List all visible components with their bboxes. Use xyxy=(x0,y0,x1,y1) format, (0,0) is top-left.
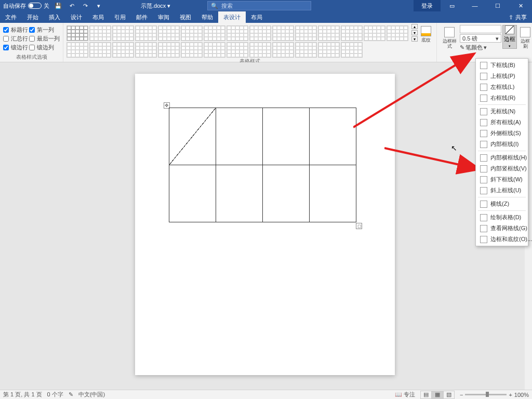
line-weight-selector[interactable]: 0.5 磅▾ xyxy=(460,34,501,43)
menu-bottom-border[interactable]: 下框线(B) xyxy=(476,60,528,71)
qat-dropdown-icon[interactable]: ▾ xyxy=(93,1,104,10)
table-cell[interactable] xyxy=(169,165,216,222)
border-painter-button[interactable]: 边框刷 xyxy=(518,25,532,51)
print-layout-icon[interactable]: ▦ xyxy=(432,391,443,399)
menu-left-border[interactable]: 左框线(L) xyxy=(476,82,528,92)
tab-layout[interactable]: 布局 xyxy=(87,11,109,23)
menu-top-border[interactable]: 上框线(P) xyxy=(476,71,528,82)
table-cell[interactable] xyxy=(310,165,356,222)
save-icon[interactable]: 💾 xyxy=(52,1,64,10)
maximize-icon[interactable]: ☐ xyxy=(486,0,509,11)
menu-horizontal-line[interactable]: 横线(Z) xyxy=(476,198,528,209)
tab-table-design[interactable]: 表设计 xyxy=(218,11,246,23)
menu-view-gridlines[interactable]: 查看网格线(G) xyxy=(476,223,528,234)
tab-help[interactable]: 帮助 xyxy=(196,11,218,23)
gallery-up-icon[interactable]: ▴ xyxy=(411,24,418,29)
read-mode-icon[interactable]: ▤ xyxy=(420,391,432,399)
tab-table-layout[interactable]: 布局 xyxy=(246,11,268,23)
style-thumb[interactable] xyxy=(158,42,180,58)
menu-outside-borders[interactable]: 外侧框线(S) xyxy=(476,128,528,139)
style-thumb[interactable] xyxy=(295,25,317,41)
document-table[interactable] xyxy=(169,108,356,222)
menu-inside-h-border[interactable]: 内部横框线(H) xyxy=(476,152,528,163)
borders-dropdown-button[interactable]: 边框 ▾ xyxy=(502,25,517,49)
style-thumb[interactable] xyxy=(112,25,134,41)
style-thumb[interactable] xyxy=(204,25,225,41)
border-styles-button[interactable]: 边框样式 xyxy=(440,25,459,51)
style-thumb[interactable] xyxy=(272,25,294,41)
line-style-selector[interactable] xyxy=(460,25,501,33)
menu-borders-shading[interactable]: 边框和底纹(O)... xyxy=(476,234,528,245)
login-button[interactable]: 登录 xyxy=(414,0,441,11)
share-button[interactable]: ⇪共享 xyxy=(503,14,532,21)
menu-right-border[interactable]: 右框线(R) xyxy=(476,92,528,103)
status-page[interactable]: 第 1 页, 共 1 页 xyxy=(3,391,42,398)
tab-file[interactable]: 文件 xyxy=(0,11,22,23)
style-thumb[interactable] xyxy=(272,42,294,58)
style-thumb[interactable] xyxy=(66,42,88,58)
minimize-icon[interactable]: — xyxy=(463,0,486,11)
zoom-level[interactable]: 100% xyxy=(514,392,529,398)
status-language[interactable]: 中文(中国) xyxy=(78,391,105,398)
style-thumb[interactable] xyxy=(66,25,88,41)
undo-icon[interactable]: ↶ xyxy=(66,1,77,10)
zoom-out-button[interactable]: − xyxy=(460,392,463,398)
tab-home[interactable]: 开始 xyxy=(22,11,44,23)
zoom-in-button[interactable]: + xyxy=(509,392,512,398)
table-cell[interactable] xyxy=(310,108,356,165)
style-thumb[interactable] xyxy=(249,25,271,41)
autosave-toggle[interactable]: 自动保存 关 xyxy=(3,2,49,10)
spellcheck-icon[interactable]: ✎ xyxy=(69,391,73,398)
menu-inside-borders[interactable]: 内部框线(I) xyxy=(476,139,528,150)
style-thumb[interactable] xyxy=(181,25,203,41)
style-thumb[interactable] xyxy=(364,25,385,41)
style-thumb[interactable] xyxy=(227,25,248,41)
menu-draw-table[interactable]: 绘制表格(D) xyxy=(476,212,528,223)
tab-design[interactable]: 设计 xyxy=(65,11,87,23)
table-cell[interactable] xyxy=(216,108,263,165)
menu-inside-v-border[interactable]: 内部竖框线(V) xyxy=(476,163,528,174)
menu-all-borders[interactable]: 所有框线(A) xyxy=(476,117,528,128)
table-cell[interactable] xyxy=(169,108,216,165)
menu-diag-down-border[interactable]: 斜下框线(W) xyxy=(476,174,528,185)
menu-no-border[interactable]: 无框线(N) xyxy=(476,106,528,117)
style-thumb[interactable] xyxy=(112,42,134,58)
document-title[interactable]: 示范.docx ▾ xyxy=(104,2,207,10)
chk-banded-row[interactable]: 镶边行 xyxy=(3,44,28,51)
tab-view[interactable]: 视图 xyxy=(175,11,196,23)
ribbon-display-icon[interactable]: ▭ xyxy=(441,0,463,11)
style-thumb[interactable] xyxy=(181,42,203,58)
search-box[interactable]: 🔍 搜索 xyxy=(207,1,311,10)
style-thumb[interactable] xyxy=(295,42,317,58)
close-icon[interactable]: ✕ xyxy=(509,0,532,11)
gallery-down-icon[interactable]: ▾ xyxy=(411,30,418,35)
style-thumb[interactable] xyxy=(89,42,111,58)
style-thumb[interactable] xyxy=(341,25,363,41)
chk-first-col[interactable]: 第一列 xyxy=(29,26,60,34)
style-thumb[interactable] xyxy=(158,25,180,41)
shading-button[interactable]: 底纹 xyxy=(419,24,433,45)
tab-insert[interactable]: 插入 xyxy=(44,11,65,23)
menu-diag-up-border[interactable]: 斜上框线(U) xyxy=(476,185,528,196)
tab-references[interactable]: 引用 xyxy=(109,11,131,23)
zoom-slider[interactable] xyxy=(465,394,507,395)
table-cell[interactable] xyxy=(263,108,310,165)
style-thumb[interactable] xyxy=(135,42,157,58)
table-cell[interactable] xyxy=(216,165,263,222)
chk-banded-col[interactable]: 镶边列 xyxy=(29,44,60,51)
chk-total-row[interactable]: 汇总行 xyxy=(3,35,28,43)
style-thumb[interactable] xyxy=(227,42,248,58)
status-word-count[interactable]: 0 个字 xyxy=(47,391,63,398)
chk-last-col[interactable]: 最后一列 xyxy=(29,35,60,43)
style-thumb[interactable] xyxy=(318,42,340,58)
gallery-more-icon[interactable]: ▾ xyxy=(411,36,418,42)
style-thumb[interactable] xyxy=(135,25,157,41)
chk-header-row[interactable]: 标题行 xyxy=(3,26,28,34)
toggle-switch-icon[interactable] xyxy=(28,3,42,9)
style-thumb[interactable] xyxy=(387,25,408,41)
style-thumb[interactable] xyxy=(318,25,340,41)
style-thumb[interactable] xyxy=(249,42,271,58)
table-resize-handle-icon[interactable]: ◻ xyxy=(356,223,362,229)
tab-mail[interactable]: 邮件 xyxy=(131,11,153,23)
focus-mode-button[interactable]: 📖 专注 xyxy=(395,391,415,398)
